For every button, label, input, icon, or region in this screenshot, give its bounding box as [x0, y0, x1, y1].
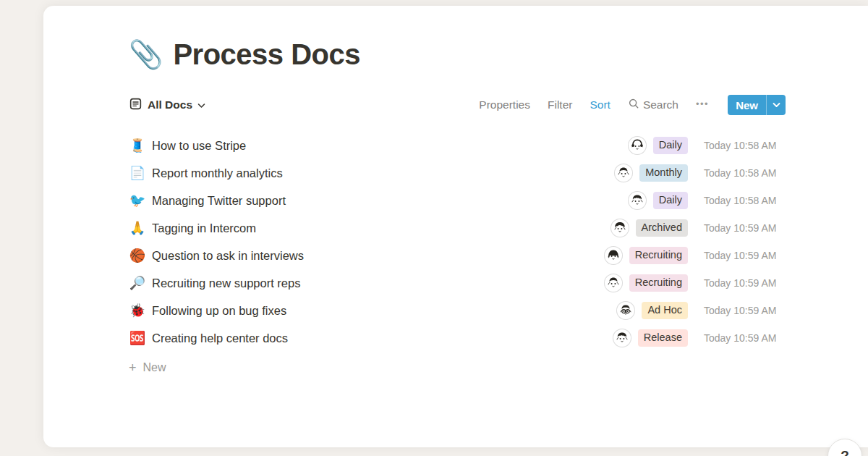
avatar-wavy	[613, 329, 631, 347]
add-new-row-label: New	[143, 361, 166, 374]
table-row[interactable]: 🧵 How to use Stripe Daily Today 10:58 AM	[129, 132, 786, 159]
doc-title[interactable]: Question to ask in interviews	[152, 249, 304, 263]
avatar-wavy	[628, 191, 647, 210]
doc-title[interactable]: Following up on bug fixes	[152, 304, 286, 318]
add-new-row-button[interactable]: + New	[129, 356, 786, 379]
chevron-down-icon	[197, 98, 205, 111]
doc-emoji-icon: 🐞	[129, 304, 146, 317]
properties-button[interactable]: Properties	[479, 98, 530, 111]
avatar-bob	[604, 246, 623, 265]
table-row[interactable]: 🐦 Managing Twitter support Daily Today 1…	[129, 187, 786, 214]
new-button-dropdown[interactable]	[767, 95, 786, 115]
doc-emoji-icon: 🙏	[129, 221, 146, 235]
avatar-headphones	[628, 136, 647, 155]
filter-button[interactable]: Filter	[548, 98, 572, 111]
toolbar-actions: Properties Filter Sort Search ••• New	[479, 95, 786, 115]
new-button-group: New	[728, 95, 786, 115]
doc-title[interactable]: Report monthly analytics	[152, 166, 283, 180]
tag-badge: Release	[638, 329, 688, 347]
doc-emoji-icon: 🐦	[129, 194, 146, 207]
doc-title[interactable]: Managing Twitter support	[152, 194, 286, 208]
doc-title[interactable]: Creating help center docs	[152, 332, 288, 345]
view-toolbar: All Docs Properties Filter Sort Search •…	[129, 94, 786, 116]
tag-badge: Daily	[653, 192, 688, 209]
list-view-icon	[129, 97, 142, 114]
doc-title[interactable]: Recruiting new support reps	[152, 276, 300, 290]
view-selector-all-docs[interactable]: All Docs	[129, 97, 205, 114]
doc-emoji-icon: 📄	[129, 166, 146, 180]
tag-badge: Recruiting	[629, 247, 688, 264]
table-row[interactable]: 🏀 Question to ask in interviews Recruiti…	[129, 242, 786, 269]
view-selector-label: All Docs	[148, 98, 192, 111]
doc-title[interactable]: Tagging in Intercom	[152, 221, 256, 235]
doc-emoji-icon: 🏀	[129, 249, 146, 262]
table-row[interactable]: 🔎 Recruiting new support reps Recruiting…	[129, 269, 786, 297]
page-icon-paperclip[interactable]: 📎	[129, 41, 163, 68]
search-button[interactable]: Search	[628, 98, 678, 112]
tag-badge: Archived	[636, 219, 688, 237]
last-edited-timestamp: Today 10:59 AM	[704, 277, 786, 289]
last-edited-timestamp: Today 10:58 AM	[704, 195, 786, 206]
table-row[interactable]: 🙏 Tagging in Intercom Archived Today 10:…	[129, 214, 786, 242]
avatar-short	[614, 164, 633, 182]
doc-title[interactable]: How to use Stripe	[152, 139, 246, 153]
page-header: 📎 Process Docs	[129, 33, 786, 75]
avatar-curly	[610, 219, 629, 237]
doc-emoji-icon: 🆘	[129, 332, 146, 345]
table-row[interactable]: 📄 Report monthly analytics Monthly Today…	[129, 159, 786, 187]
table-row[interactable]: 🆘 Creating help center docs Release Toda…	[129, 324, 786, 352]
doc-emoji-icon: 🔎	[129, 276, 146, 290]
tag-badge: Daily	[653, 137, 688, 154]
avatar-short	[604, 274, 623, 292]
more-options-button[interactable]: •••	[696, 98, 709, 112]
tag-badge: Recruiting	[629, 274, 688, 292]
search-label: Search	[643, 98, 678, 111]
last-edited-timestamp: Today 10:58 AM	[704, 167, 786, 179]
tag-badge: Ad Hoc	[642, 302, 688, 319]
search-icon	[628, 98, 639, 112]
sort-button[interactable]: Sort	[590, 98, 610, 111]
plus-icon: +	[129, 361, 137, 374]
last-edited-timestamp: Today 10:58 AM	[704, 140, 786, 151]
tag-badge: Monthly	[639, 164, 688, 182]
page-title: Process Docs	[173, 38, 360, 71]
doc-list: 🧵 How to use Stripe Daily Today 10:58 AM…	[129, 132, 786, 352]
last-edited-timestamp: Today 10:59 AM	[704, 332, 786, 344]
page-card: 📎 Process Docs All Docs Properties Filte…	[43, 6, 868, 447]
new-button[interactable]: New	[728, 95, 766, 115]
last-edited-timestamp: Today 10:59 AM	[704, 250, 786, 261]
avatar-glasses	[616, 301, 635, 320]
table-row[interactable]: 🐞 Following up on bug fixes Ad Hoc Today…	[129, 297, 786, 324]
last-edited-timestamp: Today 10:59 AM	[704, 305, 786, 316]
doc-emoji-icon: 🧵	[129, 139, 146, 152]
page-content: 📎 Process Docs All Docs Properties Filte…	[129, 6, 786, 379]
last-edited-timestamp: Today 10:59 AM	[704, 222, 786, 234]
